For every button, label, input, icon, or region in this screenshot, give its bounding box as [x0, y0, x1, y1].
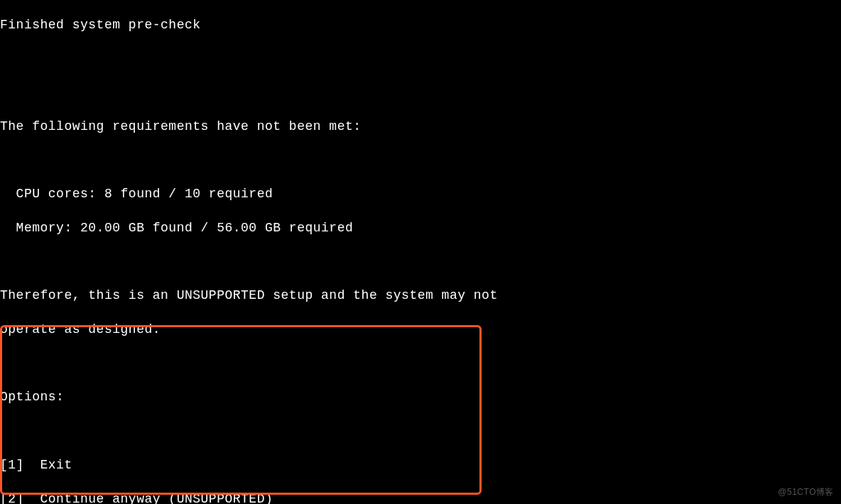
output-line: [0, 423, 841, 440]
watermark: @51CTO博客: [778, 487, 834, 498]
terminal-output[interactable]: Finished system pre-check The following …: [0, 0, 841, 504]
output-line: CPU cores: 8 found / 10 required: [0, 186, 841, 203]
output-line: [0, 254, 841, 271]
output-line: [0, 84, 841, 102]
output-line: Finished system pre-check: [0, 17, 841, 34]
output-line: [0, 153, 841, 170]
output-line: [0, 356, 841, 373]
option-continue: [2] Continue anyway (UNSUPPORTED): [0, 491, 841, 504]
output-line: [0, 51, 841, 68]
output-line: Options:: [0, 389, 841, 406]
output-line: The following requirements have not been…: [0, 119, 841, 136]
output-line: Memory: 20.00 GB found / 56.00 GB requir…: [0, 220, 841, 237]
output-line: operate as designed.: [0, 322, 841, 339]
output-line: Therefore, this is an UNSUPPORTED setup …: [0, 287, 841, 305]
option-exit: [1] Exit: [0, 457, 841, 474]
